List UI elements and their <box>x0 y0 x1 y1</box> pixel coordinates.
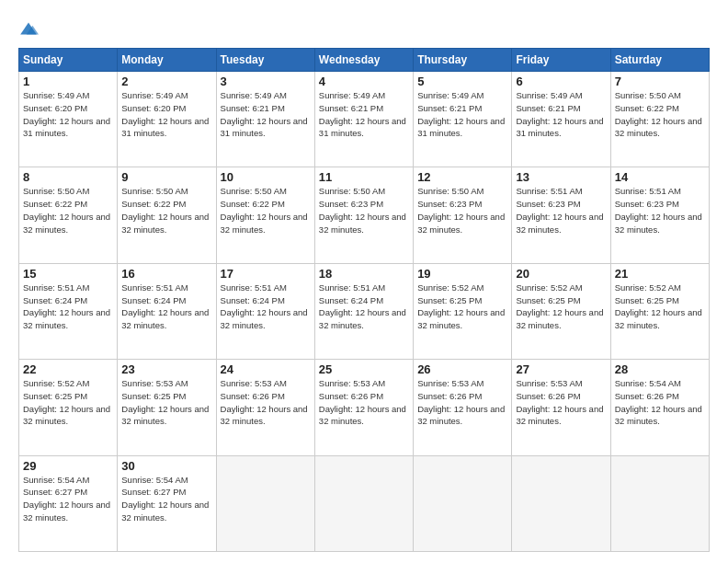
day-number: 28 <box>615 362 705 376</box>
day-number: 5 <box>417 75 507 88</box>
day-number: 23 <box>121 362 211 376</box>
day-number: 25 <box>319 362 409 376</box>
day-number: 12 <box>417 170 507 184</box>
day-number: 15 <box>23 267 113 281</box>
day-number: 16 <box>121 267 211 281</box>
day-number: 21 <box>615 267 705 281</box>
day-cell-27: 27Sunrise: 5:53 AMSunset: 6:26 PMDayligh… <box>512 360 610 455</box>
empty-cell <box>216 455 314 551</box>
week-row-0: 1Sunrise: 5:49 AMSunset: 6:20 PMDaylight… <box>19 72 710 167</box>
day-cell-23: 23Sunrise: 5:53 AMSunset: 6:25 PMDayligh… <box>118 360 216 455</box>
day-info: Sunrise: 5:53 AMSunset: 6:26 PMDaylight:… <box>516 377 606 428</box>
day-info: Sunrise: 5:52 AMSunset: 6:25 PMDaylight:… <box>615 282 705 332</box>
day-info: Sunrise: 5:53 AMSunset: 6:26 PMDaylight:… <box>319 377 409 428</box>
day-number: 9 <box>121 170 211 184</box>
header-saturday: Saturday <box>610 49 709 72</box>
header-tuesday: Tuesday <box>216 49 314 72</box>
empty-cell <box>414 455 512 551</box>
logo <box>18 17 40 39</box>
day-cell-19: 19Sunrise: 5:52 AMSunset: 6:25 PMDayligh… <box>414 263 512 359</box>
day-cell-16: 16Sunrise: 5:51 AMSunset: 6:24 PMDayligh… <box>118 263 216 359</box>
day-number: 26 <box>417 362 507 376</box>
empty-cell <box>314 455 413 551</box>
week-row-4: 29Sunrise: 5:54 AMSunset: 6:27 PMDayligh… <box>19 455 710 551</box>
day-cell-21: 21Sunrise: 5:52 AMSunset: 6:25 PMDayligh… <box>610 263 709 359</box>
day-number: 24 <box>221 362 311 376</box>
day-number: 19 <box>417 267 507 281</box>
day-info: Sunrise: 5:51 AMSunset: 6:24 PMDaylight:… <box>319 282 409 332</box>
day-cell-14: 14Sunrise: 5:51 AMSunset: 6:23 PMDayligh… <box>610 167 709 263</box>
day-number: 29 <box>23 459 113 473</box>
day-cell-6: 6Sunrise: 5:49 AMSunset: 6:21 PMDaylight… <box>512 72 610 167</box>
week-row-2: 15Sunrise: 5:51 AMSunset: 6:24 PMDayligh… <box>19 263 710 359</box>
day-info: Sunrise: 5:50 AMSunset: 6:23 PMDaylight:… <box>417 185 507 236</box>
day-cell-11: 11Sunrise: 5:50 AMSunset: 6:23 PMDayligh… <box>314 167 413 263</box>
day-info: Sunrise: 5:53 AMSunset: 6:26 PMDaylight:… <box>417 377 507 428</box>
day-number: 8 <box>23 170 113 184</box>
day-info: Sunrise: 5:49 AMSunset: 6:21 PMDaylight:… <box>516 89 606 140</box>
day-cell-8: 8Sunrise: 5:50 AMSunset: 6:22 PMDaylight… <box>19 167 118 263</box>
day-cell-12: 12Sunrise: 5:50 AMSunset: 6:23 PMDayligh… <box>414 167 512 263</box>
day-cell-10: 10Sunrise: 5:50 AMSunset: 6:22 PMDayligh… <box>216 167 314 263</box>
day-info: Sunrise: 5:50 AMSunset: 6:23 PMDaylight:… <box>319 185 409 236</box>
day-cell-1: 1Sunrise: 5:49 AMSunset: 6:20 PMDaylight… <box>19 72 118 167</box>
day-info: Sunrise: 5:53 AMSunset: 6:26 PMDaylight:… <box>221 377 311 428</box>
calendar-table: SundayMondayTuesdayWednesdayThursdayFrid… <box>18 48 710 552</box>
day-number: 1 <box>23 75 113 88</box>
header-wednesday: Wednesday <box>314 49 413 72</box>
day-cell-20: 20Sunrise: 5:52 AMSunset: 6:25 PMDayligh… <box>512 263 610 359</box>
day-info: Sunrise: 5:49 AMSunset: 6:20 PMDaylight:… <box>121 89 211 140</box>
day-info: Sunrise: 5:52 AMSunset: 6:25 PMDaylight:… <box>516 282 606 332</box>
day-info: Sunrise: 5:54 AMSunset: 6:27 PMDaylight:… <box>23 474 113 524</box>
day-info: Sunrise: 5:54 AMSunset: 6:27 PMDaylight:… <box>121 474 211 524</box>
day-number: 3 <box>221 75 311 88</box>
day-cell-2: 2Sunrise: 5:49 AMSunset: 6:20 PMDaylight… <box>118 72 216 167</box>
day-info: Sunrise: 5:52 AMSunset: 6:25 PMDaylight:… <box>417 282 507 332</box>
day-number: 7 <box>615 75 705 88</box>
empty-cell <box>512 455 610 551</box>
day-info: Sunrise: 5:52 AMSunset: 6:25 PMDaylight:… <box>23 377 113 428</box>
day-number: 27 <box>516 362 606 376</box>
day-info: Sunrise: 5:49 AMSunset: 6:21 PMDaylight:… <box>221 89 311 140</box>
day-cell-24: 24Sunrise: 5:53 AMSunset: 6:26 PMDayligh… <box>216 360 314 455</box>
calendar-header-row: SundayMondayTuesdayWednesdayThursdayFrid… <box>19 49 710 72</box>
header-sunday: Sunday <box>19 49 118 72</box>
day-info: Sunrise: 5:51 AMSunset: 6:24 PMDaylight:… <box>221 282 311 332</box>
day-number: 18 <box>319 267 409 281</box>
day-cell-18: 18Sunrise: 5:51 AMSunset: 6:24 PMDayligh… <box>314 263 413 359</box>
day-cell-7: 7Sunrise: 5:50 AMSunset: 6:22 PMDaylight… <box>610 72 709 167</box>
header-thursday: Thursday <box>414 49 512 72</box>
day-cell-13: 13Sunrise: 5:51 AMSunset: 6:23 PMDayligh… <box>512 167 610 263</box>
day-cell-25: 25Sunrise: 5:53 AMSunset: 6:26 PMDayligh… <box>314 360 413 455</box>
day-info: Sunrise: 5:50 AMSunset: 6:22 PMDaylight:… <box>221 185 311 236</box>
day-info: Sunrise: 5:49 AMSunset: 6:20 PMDaylight:… <box>23 89 113 140</box>
day-cell-4: 4Sunrise: 5:49 AMSunset: 6:21 PMDaylight… <box>314 72 413 167</box>
day-cell-17: 17Sunrise: 5:51 AMSunset: 6:24 PMDayligh… <box>216 263 314 359</box>
day-info: Sunrise: 5:51 AMSunset: 6:23 PMDaylight:… <box>516 185 606 236</box>
day-number: 17 <box>221 267 311 281</box>
logo-icon <box>18 18 39 39</box>
day-number: 20 <box>516 267 606 281</box>
day-number: 13 <box>516 170 606 184</box>
day-info: Sunrise: 5:51 AMSunset: 6:24 PMDaylight:… <box>23 282 113 332</box>
day-number: 22 <box>23 362 113 376</box>
day-number: 4 <box>319 75 409 88</box>
day-cell-3: 3Sunrise: 5:49 AMSunset: 6:21 PMDaylight… <box>216 72 314 167</box>
day-info: Sunrise: 5:50 AMSunset: 6:22 PMDaylight:… <box>23 185 113 236</box>
header <box>18 17 710 39</box>
day-info: Sunrise: 5:54 AMSunset: 6:26 PMDaylight:… <box>615 377 705 428</box>
week-row-3: 22Sunrise: 5:52 AMSunset: 6:25 PMDayligh… <box>19 360 710 455</box>
day-info: Sunrise: 5:51 AMSunset: 6:24 PMDaylight:… <box>121 282 211 332</box>
day-number: 6 <box>516 75 606 88</box>
day-info: Sunrise: 5:51 AMSunset: 6:23 PMDaylight:… <box>615 185 705 236</box>
day-number: 30 <box>121 459 211 473</box>
day-cell-28: 28Sunrise: 5:54 AMSunset: 6:26 PMDayligh… <box>610 360 709 455</box>
day-cell-9: 9Sunrise: 5:50 AMSunset: 6:22 PMDaylight… <box>118 167 216 263</box>
day-number: 14 <box>615 170 705 184</box>
day-cell-15: 15Sunrise: 5:51 AMSunset: 6:24 PMDayligh… <box>19 263 118 359</box>
week-row-1: 8Sunrise: 5:50 AMSunset: 6:22 PMDaylight… <box>19 167 710 263</box>
day-cell-5: 5Sunrise: 5:49 AMSunset: 6:21 PMDaylight… <box>414 72 512 167</box>
header-monday: Monday <box>118 49 216 72</box>
day-info: Sunrise: 5:50 AMSunset: 6:22 PMDaylight:… <box>615 89 705 140</box>
page: SundayMondayTuesdayWednesdayThursdayFrid… <box>0 0 728 563</box>
